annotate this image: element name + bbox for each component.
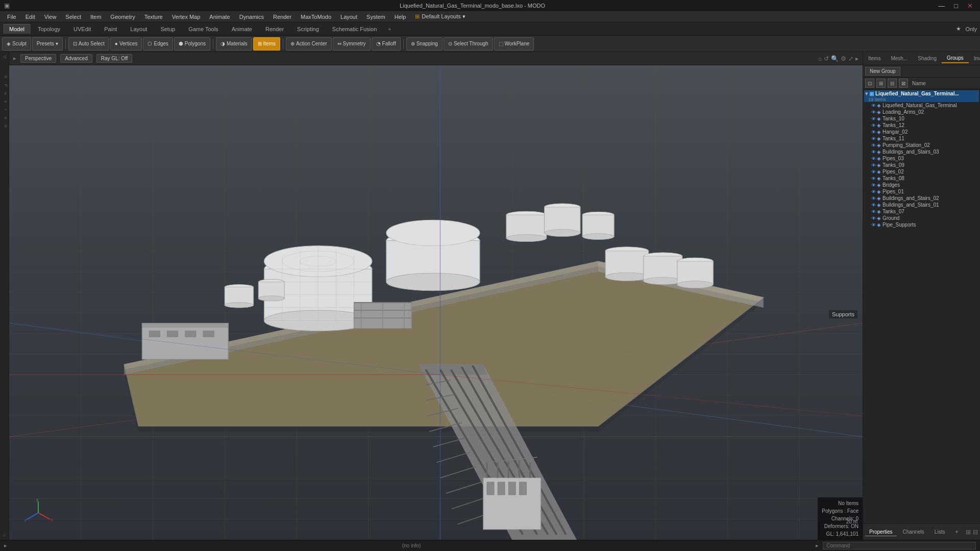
menu-file[interactable]: File (3, 13, 20, 21)
menu-geometry[interactable]: Geometry (106, 13, 139, 21)
list-item[interactable]: 👁 ◈ Bridges (864, 182, 979, 188)
maximize-button[interactable]: □ (951, 2, 961, 10)
right-panel-icon-1[interactable]: ⊞ (966, 529, 971, 536)
list-item[interactable]: 👁 ◈ Pumping_Station_02 (864, 142, 979, 148)
filter-button[interactable]: ⊟ (888, 79, 897, 88)
polygons-button[interactable]: ⬢ Polygons (174, 37, 210, 51)
list-item[interactable]: 👁 ◈ Pipes_01 (864, 188, 979, 195)
sculpt-button[interactable]: ◈ Sculpt (2, 37, 31, 51)
close-button[interactable]: ✕ (964, 2, 976, 10)
channels-tab[interactable]: Channels (899, 528, 928, 536)
action-center-button[interactable]: ⊕ Action Center (286, 37, 332, 51)
viewport-icon-more[interactable]: ▸ (855, 55, 859, 62)
properties-tab[interactable]: Properties (865, 528, 897, 536)
tab-layout[interactable]: Layout (124, 24, 153, 34)
lists-tab[interactable]: Lists (930, 528, 949, 536)
tab-add-button[interactable]: + (384, 24, 395, 34)
menu-animate[interactable]: Animate (205, 13, 234, 21)
expand-all-button[interactable]: ⊞ (876, 79, 886, 88)
viewport-icon-search[interactable]: 🔍 (831, 55, 839, 62)
scale-indicator: 20 m (846, 519, 857, 524)
viewport-icon-settings[interactable]: ⚙ (841, 55, 846, 62)
viewport[interactable]: ▸ Perspective Advanced Ray GL: Off ⌂ ↺ 🔍… (9, 52, 863, 540)
tab-schematic-fusion[interactable]: Schematic Fusion (326, 24, 383, 34)
menu-item[interactable]: Item (86, 13, 105, 21)
menu-vertex-map[interactable]: Vertex Map (168, 13, 205, 21)
menu-select[interactable]: Select (61, 13, 85, 21)
tab-topology[interactable]: Topology (32, 24, 66, 34)
right-tab-groups[interactable]: Groups (942, 54, 969, 63)
list-item[interactable]: 👁 ◈ Buildings_and_Stairs_02 (864, 195, 979, 202)
tab-uvedit[interactable]: UVEdit (67, 24, 97, 34)
workplane-button[interactable]: ⬚ WorkPlane (494, 37, 534, 51)
list-item[interactable]: 👁 ◈ Buildings_and_Stairs_03 (864, 148, 979, 155)
tab-animate[interactable]: Animate (226, 24, 258, 34)
viewport-icon-refresh[interactable]: ↺ (824, 55, 829, 62)
collapse-all-button[interactable]: ⊡ (865, 79, 874, 88)
tree-root[interactable]: ▾ ▣ Liquefied_Natural_Gas_Terminal... (864, 90, 979, 97)
tab-render[interactable]: Render (259, 24, 290, 34)
eye-icon: 👁 (871, 130, 876, 135)
tab-paint[interactable]: Paint (98, 24, 123, 34)
snapping-button[interactable]: ⊛ Snapping (406, 37, 443, 51)
list-item[interactable]: 👁 ◈ Tanks_08 (864, 175, 979, 182)
list-item[interactable]: 👁 ◈ Liquefied_Natural_Gas_Terminal (864, 102, 979, 109)
list-item[interactable]: 👁 ◈ Tanks_09 (864, 162, 979, 168)
command-input[interactable] (823, 542, 976, 549)
list-item[interactable]: 👁 ◈ Pipe_Supports (864, 221, 979, 228)
viewport-icon-home[interactable]: ⌂ (818, 55, 822, 62)
scene-area[interactable]: Supports x y z No Items Polygons (9, 65, 863, 540)
menu-layout[interactable]: Layout (336, 13, 361, 21)
right-panel-bottom: Properties Channels Lists + ⊞ ⊟ (863, 523, 980, 540)
right-tab-images[interactable]: Images (969, 54, 980, 63)
tab-scripting[interactable]: Scripting (291, 24, 325, 34)
minimize-button[interactable]: — (935, 2, 948, 10)
tab-setup[interactable]: Setup (154, 24, 181, 34)
layout-selector[interactable]: Default Layouts ▾ (422, 13, 465, 20)
presets-button[interactable]: Presets ▾ (32, 37, 63, 51)
add-tab[interactable]: + (951, 528, 962, 536)
list-item[interactable]: 👁 ◈ Pipes_03 (864, 155, 979, 162)
symmetry-button[interactable]: ⇔ Symmetry (333, 37, 371, 51)
tab-model[interactable]: Model (3, 24, 31, 34)
lock-button[interactable]: ⊠ (899, 79, 908, 88)
menu-maxtomodo[interactable]: MaxToModo (297, 13, 335, 21)
right-tab-shading[interactable]: Shading (913, 54, 942, 63)
vertices-button[interactable]: ● Vertices (110, 37, 142, 51)
viewport-icon-expand[interactable]: ⤢ (848, 55, 853, 62)
tab-game-tools[interactable]: Game Tools (182, 24, 225, 34)
edges-button[interactable]: ⬡ Edges (143, 37, 173, 51)
menu-system[interactable]: System (362, 13, 389, 21)
menu-help[interactable]: Help (390, 13, 410, 21)
list-item[interactable]: 👁 ◈ Ground (864, 215, 979, 221)
right-tab-mesh[interactable]: Mesh... (886, 54, 913, 63)
viewport-toggle[interactable]: ▸ (13, 55, 16, 62)
list-item[interactable]: 👁 ◈ Tanks_07 (864, 208, 979, 215)
auto-select-button[interactable]: ⊡ Auto Select (68, 37, 109, 51)
list-item[interactable]: 👁 ◈ Tanks_12 (864, 122, 979, 129)
list-item[interactable]: 👁 ◈ Tanks_11 (864, 135, 979, 142)
menu-render[interactable]: Render (269, 13, 296, 21)
menu-view[interactable]: View (40, 13, 61, 21)
menu-dynamics[interactable]: Dynamics (235, 13, 268, 21)
list-item[interactable]: 👁 ◈ Tanks_10 (864, 115, 979, 122)
list-item[interactable]: 👁 ◈ Pipes_02 (864, 168, 979, 175)
falloff-button[interactable]: ◔ Falloff (372, 37, 401, 51)
right-panel-icon-2[interactable]: ⊟ (973, 529, 978, 536)
materials-button[interactable]: ◑ Materials (216, 37, 252, 51)
menu-texture[interactable]: Texture (140, 13, 167, 21)
items-button[interactable]: ⊞ Items (253, 37, 280, 51)
toolbar-separator-3 (283, 39, 283, 49)
menu-edit[interactable]: Edit (21, 13, 39, 21)
perspective-button[interactable]: Perspective (20, 54, 56, 63)
list-item[interactable]: 👁 ◈ Loading_Arms_02 (864, 109, 979, 115)
right-tab-items[interactable]: Items (863, 54, 886, 63)
sidebar-expand-icon[interactable]: ◁ (1, 54, 8, 61)
list-item[interactable]: 👁 ◈ Hangar_02 (864, 129, 979, 135)
list-item[interactable]: 👁 ◈ Buildings_and_Stairs_01 (864, 202, 979, 208)
item-label: Hangar_02 (883, 129, 978, 135)
select-through-button[interactable]: ⊙ Select Through (444, 37, 493, 51)
advanced-button[interactable]: Advanced (60, 54, 92, 63)
ray-gl-button[interactable]: Ray GL: Off (96, 54, 133, 63)
new-group-button[interactable]: New Group (865, 67, 900, 76)
